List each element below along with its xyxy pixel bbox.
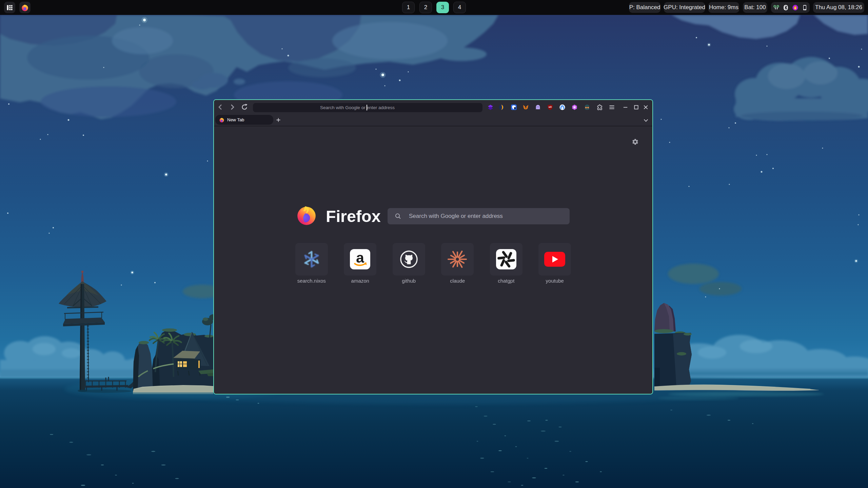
svg-text:a: a [356, 249, 364, 266]
svg-text:uO: uO [548, 105, 551, 108]
